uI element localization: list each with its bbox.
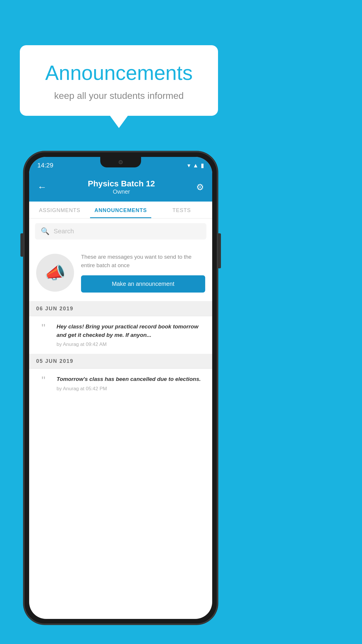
speech-bubble-container: Announcements keep all your students inf… <box>20 45 218 116</box>
announcement-prompt: 📣 These are messages you want to send to… <box>29 244 212 302</box>
phone-container: 14:29 ▾ ▲ ▮ ← Physics Batch 12 Owner ⚙ <box>24 152 217 624</box>
quote-icon-container-2: " <box>36 375 51 386</box>
megaphone-icon: 📣 <box>45 263 66 283</box>
megaphone-circle: 📣 <box>36 254 74 292</box>
tab-assignments[interactable]: ASSIGNMENTS <box>29 202 90 218</box>
notch <box>100 157 141 167</box>
prompt-right: These are messages you want to send to t… <box>81 253 205 293</box>
date-separator-1: 06 JUN 2019 <box>29 302 212 316</box>
announcement-meta-1: by Anurag at 09:42 AM <box>57 342 205 347</box>
search-icon: 🔍 <box>41 227 50 235</box>
search-bar[interactable]: 🔍 Search <box>35 223 206 239</box>
tab-tests[interactable]: TESTS <box>151 202 212 218</box>
date-separator-2: 05 JUN 2019 <box>29 354 212 369</box>
tabs-bar: ASSIGNMENTS ANNOUNCEMENTS TESTS <box>29 202 212 218</box>
status-icons: ▾ ▲ ▮ <box>187 162 204 169</box>
signal-icon: ▲ <box>193 162 198 169</box>
wifi-icon: ▾ <box>187 162 190 169</box>
search-container: 🔍 Search <box>29 218 212 244</box>
quote-icon-1: " <box>41 322 45 334</box>
announcement-item-1: " Hey class! Bring your practical record… <box>29 316 212 354</box>
app-header: ← Physics Batch 12 Owner ⚙ <box>29 174 212 202</box>
announcement-message-2[interactable]: Tomorrow's class has been cancelled due … <box>57 375 205 384</box>
status-bar: 14:29 ▾ ▲ ▮ <box>29 157 212 174</box>
announcement-item-2: " Tomorrow's class has been cancelled du… <box>29 369 212 398</box>
speech-bubble: Announcements keep all your students inf… <box>20 45 218 116</box>
bubble-subtitle: keep all your students informed <box>37 90 201 101</box>
phone-screen: 14:29 ▾ ▲ ▮ ← Physics Batch 12 Owner ⚙ <box>29 157 212 619</box>
announcement-content-1: Hey class! Bring your practical record b… <box>57 323 205 347</box>
make-announcement-button[interactable]: Make an announcement <box>81 275 205 293</box>
status-time: 14:29 <box>37 162 53 169</box>
search-placeholder: Search <box>54 228 74 235</box>
header-subtitle: Owner <box>88 188 155 195</box>
tab-announcements[interactable]: ANNOUNCEMENTS <box>90 202 151 218</box>
bubble-title: Announcements <box>37 61 201 85</box>
gear-icon[interactable]: ⚙ <box>196 182 204 192</box>
announcement-meta-2: by Anurag at 05:42 PM <box>57 386 205 392</box>
quote-icon-container-1: " <box>36 323 51 334</box>
quote-icon-2: " <box>41 374 45 387</box>
header-center: Physics Batch 12 Owner <box>88 179 155 195</box>
header-title: Physics Batch 12 <box>88 179 155 188</box>
phone-outer: 14:29 ▾ ▲ ▮ ← Physics Batch 12 Owner ⚙ <box>24 152 217 624</box>
battery-icon: ▮ <box>201 162 204 169</box>
back-button[interactable]: ← <box>37 182 47 192</box>
camera-dot <box>119 160 123 164</box>
prompt-text: These are messages you want to send to t… <box>81 253 205 270</box>
announcement-content-2: Tomorrow's class has been cancelled due … <box>57 375 205 392</box>
announcement-message-1[interactable]: Hey class! Bring your practical record b… <box>57 323 205 339</box>
